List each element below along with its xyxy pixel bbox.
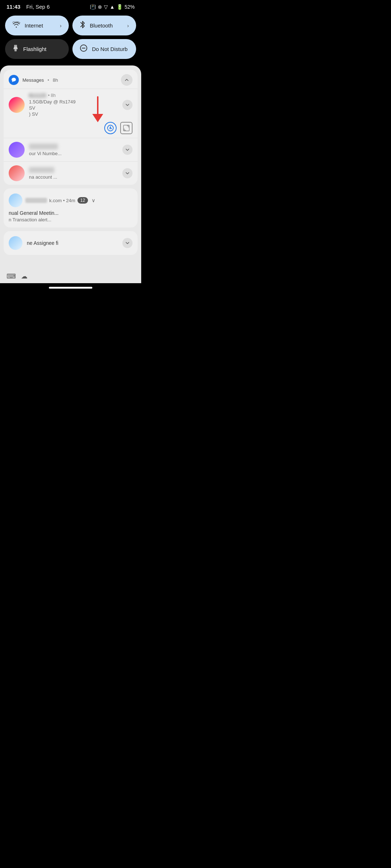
messages-notification-card: Messages • 8h 611123 • 8h 1.5GB/Day @ Rs…: [4, 70, 138, 185]
second-notif-app-blurred: [25, 198, 47, 203]
dot-separator: •: [47, 77, 49, 83]
message-actions-row: Z: [4, 120, 138, 138]
svg-rect-0: [14, 45, 17, 47]
second-notif-title: nual General Meetin...: [9, 210, 133, 216]
messages-notif-header: Messages • 8h: [4, 70, 138, 89]
messages-expand-btn[interactable]: [121, 74, 133, 86]
notif-badge: 12: [77, 197, 88, 204]
status-time: 11:43: [7, 4, 20, 10]
vibrate-icon: 📳: [90, 4, 96, 10]
second-notif-app: k.com • 24m: [49, 198, 75, 203]
internet-icon: [12, 21, 20, 30]
msg-expand-3[interactable]: [122, 168, 133, 178]
expand-action-icon[interactable]: [120, 122, 133, 134]
home-indicator: [0, 283, 141, 294]
do-not-disturb-tile[interactable]: Do Not Disturb: [72, 39, 136, 59]
third-notification-card: ne Assignee fi: [4, 231, 138, 255]
msg-preview-5: na account ...: [29, 174, 118, 180]
second-notification-card: k.com • 24m 12 ∨ nual General Meetin... …: [4, 188, 138, 227]
msg-preview-3: ) SV: [29, 111, 118, 117]
bottom-hint-bar: ⌨ ☁: [0, 269, 141, 283]
messages-time: 8h: [53, 77, 58, 83]
internet-chevron: ›: [60, 23, 62, 29]
message-avatar-3: [9, 165, 25, 181]
quick-tiles: Internet › Bluetooth › Flashlight: [0, 13, 141, 64]
bluetooth-icon: [80, 21, 85, 30]
msg-preview-2: SV: [29, 105, 118, 111]
msg-sender-2: [29, 144, 58, 149]
msg-sender-3: [29, 167, 54, 173]
flashlight-icon: [12, 44, 19, 54]
dnd-tile-icon: [80, 44, 88, 54]
status-date: Fri, Sep 6: [26, 4, 50, 10]
messages-app-name: Messages: [22, 77, 44, 83]
message-item-1: 611123 • 8h 1.5GB/Day @ Rs1749 SV ) SV: [4, 89, 138, 120]
second-notif-avatar: [9, 193, 22, 207]
msg-expand-2[interactable]: [122, 145, 133, 155]
message-avatar-2: [9, 142, 25, 158]
third-notif-title: ne Assignee fi: [27, 240, 118, 246]
message-item-3: na account ...: [4, 161, 138, 185]
message-content-2: our Vi Numbe...: [29, 144, 118, 156]
snooze-action-icon[interactable]: Z: [104, 122, 117, 134]
message-content-3: na account ...: [29, 167, 118, 180]
message-content-1: 611123 • 8h 1.5GB/Day @ Rs1749 SV ) SV: [29, 93, 118, 117]
cloud-hint-icon[interactable]: ☁: [21, 272, 28, 280]
msg-sender-1: 611123 • 8h: [29, 93, 118, 98]
wifi-icon: ▽: [104, 4, 108, 10]
battery-icon: 🔋: [117, 4, 123, 10]
battery-percent: 52%: [125, 4, 135, 10]
msg-preview-4: our Vi Numbe...: [29, 151, 118, 156]
messages-app-icon: [9, 75, 19, 85]
msg-time-1: • 8h: [48, 93, 56, 98]
home-bar[interactable]: [49, 287, 92, 289]
msg-expand-1[interactable]: [122, 100, 133, 110]
bluetooth-tile[interactable]: Bluetooth ›: [72, 16, 136, 35]
flashlight-tile[interactable]: Flashlight: [5, 39, 69, 59]
third-notif-content: ne Assignee fi: [27, 240, 118, 246]
internet-label: Internet: [25, 22, 55, 29]
svg-rect-1: [14, 49, 17, 51]
message-item-2: our Vi Numbe...: [4, 138, 138, 161]
svg-point-4: [12, 78, 16, 81]
internet-tile[interactable]: Internet ›: [5, 16, 69, 35]
message-avatar-1: [9, 97, 25, 113]
dnd-label: Do Not Disturb: [92, 46, 129, 52]
flashlight-label: Flashlight: [23, 46, 62, 52]
signal-icon: ▲: [110, 4, 115, 10]
status-icons: 📳 ⊗ ▽ ▲ 🔋 52%: [90, 4, 135, 10]
notif-2-chevron[interactable]: ∨: [92, 197, 95, 203]
third-notif-expand[interactable]: [122, 238, 133, 248]
dnd-icon: ⊗: [98, 4, 102, 10]
svg-text:Z: Z: [109, 127, 111, 129]
bluetooth-label: Bluetooth: [90, 22, 123, 29]
notification-area: Messages • 8h 611123 • 8h 1.5GB/Day @ Rs…: [0, 65, 141, 269]
third-notif-avatar: [9, 236, 22, 250]
second-notif-sub: n Transaction alert...: [9, 217, 133, 222]
status-bar: 11:43 Fri, Sep 6 📳 ⊗ ▽ ▲ 🔋 52%: [0, 0, 141, 13]
keyboard-hint-icon[interactable]: ⌨: [7, 272, 16, 280]
msg-preview-1: 1.5GB/Day @ Rs1749: [29, 99, 118, 105]
bluetooth-chevron: ›: [127, 23, 129, 29]
